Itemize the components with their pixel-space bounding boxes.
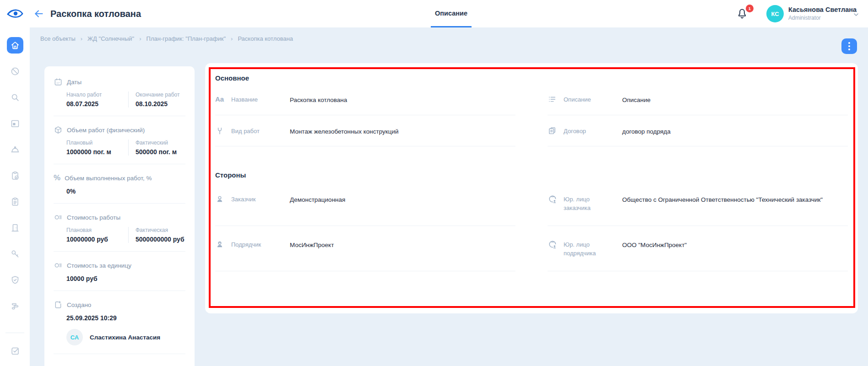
search-icon [10, 92, 20, 102]
panel-icon [10, 118, 20, 129]
field-description: Описание Описание [548, 84, 848, 115]
section-title-main: Основное [215, 74, 848, 82]
field-contract: Договор договор подряда [548, 115, 848, 147]
section-title-parties: Стороны [215, 171, 848, 179]
sidebar-item-documents-panel[interactable] [0, 110, 30, 136]
field-label: Подрядчик [231, 240, 281, 249]
stat-title: Стоимость работы [67, 214, 120, 221]
helmet-icon [10, 145, 20, 155]
sidebar-item-inspections[interactable] [0, 162, 30, 188]
stat-title: Даты [67, 79, 81, 86]
text-icon: Aa [215, 95, 227, 104]
field-value: Демонстрационная [290, 194, 345, 205]
clipboard-check-icon [10, 171, 20, 181]
file-plus-icon [54, 300, 63, 309]
field-label: Вид работ [231, 126, 281, 136]
stat-value: 0% [66, 188, 185, 195]
stat-block-physical-volume: Объем работ (физический) Плановый 100000… [54, 116, 185, 164]
field-value: ООО "МосИнжПроект" [622, 240, 687, 250]
percent-icon: % [54, 173, 60, 183]
stat-label: Фактический [136, 140, 177, 146]
back-button[interactable] [33, 8, 45, 20]
price-icon [54, 261, 63, 270]
user-menu-chevron-down-icon[interactable] [852, 11, 860, 18]
stat-block-work-cost: Стоимость работы Плановая 10000000 руб Ф… [54, 204, 185, 252]
stat-value: 08.10.2025 [136, 100, 179, 108]
calendar-icon [54, 77, 63, 86]
field-value: договор подряда [622, 126, 671, 136]
field-value: Раскопка котлована [290, 95, 347, 105]
breadcrumb-separator: › [139, 35, 141, 42]
gantt-icon [10, 301, 20, 311]
worker-icon [215, 240, 227, 249]
stat-label: Плановая [66, 227, 125, 233]
tab-description[interactable]: Описание [431, 0, 472, 27]
sidebar-item-search[interactable] [0, 84, 30, 110]
stat-value: 08.07.2025 [66, 100, 125, 108]
more-actions-button[interactable] [841, 38, 857, 54]
sidebar-item-access[interactable] [0, 215, 30, 241]
legal-entity-icon [548, 194, 559, 205]
field-name: Aa Название Раскопка котлована [215, 84, 515, 115]
breadcrumb: Все объекты › ЖД "Солнечный" › План-граф… [40, 35, 293, 42]
wrench-icon [215, 126, 227, 135]
price-icon [54, 213, 63, 222]
checkbox-icon [10, 346, 20, 356]
stat-label: Начало работ [66, 92, 125, 98]
field-contractor-legal-entity: Юр. лицо подрядчика ООО "МосИнжПроект" [548, 226, 848, 271]
stat-title: Объем работ (физический) [67, 127, 145, 134]
sidebar-item-restrictions[interactable] [0, 58, 30, 84]
notifications-bell-icon[interactable]: 1 [736, 7, 749, 21]
field-label: Юр. лицо подрядчика [564, 240, 613, 258]
sidebar-item-construction[interactable] [0, 136, 30, 162]
breadcrumb-item[interactable]: План-график: "План-график" [146, 35, 226, 42]
sidebar-item-journal[interactable] [0, 188, 30, 215]
contract-icon [548, 126, 559, 135]
work-stats-panel: Даты Начало работ 08.07.2025 Окончание р… [44, 66, 195, 366]
key-icon [10, 249, 20, 259]
field-work-type: Вид работ Монтаж железобетонных конструк… [215, 115, 515, 147]
creator-name: Сластихина Анастасия [90, 334, 160, 341]
stat-block-unit-cost: Стоимость за единицу 10000 руб [54, 252, 185, 291]
field-value: Общество с Ограниченной Ответственностью… [622, 194, 823, 205]
legal-entity-icon [548, 240, 559, 250]
stat-title: Объем выполненных работ, % [65, 175, 152, 182]
breadcrumb-item[interactable]: Все объекты [40, 35, 76, 42]
person-icon [215, 194, 227, 204]
field-label: Договор [564, 126, 613, 136]
sidebar-item-keys[interactable] [0, 241, 30, 267]
sidebar-icon-rail [0, 27, 30, 366]
notification-badge: 1 [746, 5, 754, 12]
sidebar-item-gantt[interactable] [0, 293, 30, 319]
stat-label: Плановый [66, 140, 125, 146]
door-icon [10, 223, 20, 233]
home-icon [7, 37, 23, 54]
stat-value: 1000000 пог. м [66, 148, 125, 156]
field-value: МосИнжПроект [290, 240, 334, 250]
breadcrumb-separator: › [231, 35, 233, 42]
sidebar-item-tasks[interactable] [0, 338, 30, 364]
list-icon [548, 95, 559, 104]
shield-check-icon [10, 275, 20, 285]
stat-value: 10000000 руб [66, 236, 125, 243]
user-avatar[interactable]: КС [766, 5, 784, 22]
field-value: Монтаж железобетонных конструкций [290, 126, 398, 136]
ban-icon [10, 66, 20, 76]
clipboard-list-icon [10, 197, 20, 207]
sidebar-item-home[interactable] [0, 32, 30, 58]
field-customer-legal-entity: Юр. лицо заказчика Общество с Ограниченн… [548, 181, 848, 226]
field-label: Описание [564, 95, 613, 104]
field-contractor: Подрядчик МосИнжПроект [215, 226, 515, 271]
page-title: Раскопка котлована [50, 0, 141, 27]
field-value: Описание [622, 95, 651, 105]
stat-block-dates: Даты Начало работ 08.07.2025 Окончание р… [54, 68, 185, 116]
stat-value: 500000 пог. м [136, 148, 177, 156]
user-role: Administrator [788, 15, 821, 21]
breadcrumb-item-current: Раскопка котлована [238, 35, 293, 42]
created-datetime: 25.09.2025 10:29 [66, 314, 185, 322]
sidebar-item-safety[interactable] [0, 267, 30, 293]
creator-avatar: СА [66, 329, 83, 345]
stat-label: Фактическая [136, 227, 184, 233]
stat-value: 5000000000 руб [136, 236, 184, 243]
breadcrumb-item[interactable]: ЖД "Солнечный" [87, 35, 134, 42]
